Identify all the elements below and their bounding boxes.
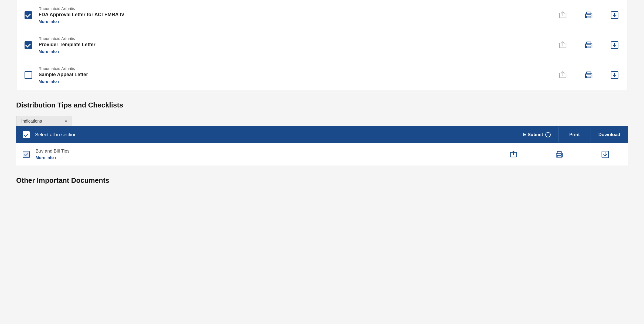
buy-and-bill-download-icon[interactable] bbox=[589, 150, 621, 159]
provider-template-checkbox[interactable] bbox=[25, 41, 32, 49]
svg-point-4 bbox=[591, 15, 592, 16]
fda-approval-category: Rheumatoid Arthritis bbox=[39, 6, 547, 11]
fda-approval-checkbox[interactable] bbox=[25, 11, 32, 19]
esubmit-info-icon[interactable]: i bbox=[545, 132, 551, 137]
filter-area: Indications Rheumatoid Arthritis Other ▼ bbox=[16, 116, 628, 126]
sample-appeal-title: Sample Appeal Letter bbox=[39, 72, 547, 77]
svg-rect-9 bbox=[587, 46, 591, 48]
sample-appeal-esubmit-icon[interactable] bbox=[558, 70, 568, 80]
header-actions: E-Submit i Print Download bbox=[515, 127, 628, 142]
print-label: Print bbox=[569, 132, 580, 137]
provider-template-title: Provider Template Letter bbox=[39, 42, 547, 48]
fda-approval-info: Rheumatoid Arthritis FDA Approval Letter… bbox=[39, 6, 547, 24]
provider-template-category: Rheumatoid Arthritis bbox=[39, 36, 547, 41]
svg-rect-15 bbox=[587, 76, 591, 78]
provider-template-download-icon[interactable] bbox=[610, 40, 619, 50]
buy-and-bill-checkbox[interactable] bbox=[23, 151, 30, 158]
checklist-header-row: Select all in section E-Submit i Print D… bbox=[16, 126, 628, 143]
documents-table: Rheumatoid Arthritis FDA Approval Letter… bbox=[16, 0, 628, 90]
buy-and-bill-esubmit-icon[interactable] bbox=[497, 150, 530, 159]
fda-approval-print-icon[interactable] bbox=[584, 10, 594, 20]
esubmit-column-header: E-Submit i bbox=[515, 127, 558, 142]
svg-rect-3 bbox=[587, 16, 591, 18]
sample-appeal-print-icon[interactable] bbox=[584, 70, 594, 80]
provider-template-esubmit-icon[interactable] bbox=[558, 40, 568, 50]
provider-template-actions bbox=[558, 40, 619, 50]
sample-appeal-category: Rheumatoid Arthritis bbox=[39, 66, 547, 71]
buy-and-bill-title: Buy and Bill Tips bbox=[36, 148, 497, 154]
fda-approval-more-info[interactable]: More info › bbox=[39, 19, 59, 24]
select-all-area[interactable]: Select all in section bbox=[16, 126, 515, 143]
fda-approval-actions bbox=[558, 10, 619, 20]
sample-appeal-info: Rheumatoid Arthritis Sample Appeal Lette… bbox=[39, 66, 547, 84]
table-row: Rheumatoid Arthritis Provider Template L… bbox=[16, 30, 628, 60]
indications-dropdown-wrapper: Indications Rheumatoid Arthritis Other ▼ bbox=[16, 116, 71, 126]
buy-and-bill-print-icon[interactable] bbox=[543, 150, 576, 159]
provider-template-info: Rheumatoid Arthritis Provider Template L… bbox=[39, 36, 547, 54]
buy-and-bill-more-info[interactable]: More info › bbox=[36, 155, 56, 160]
table-row: Rheumatoid Arthritis FDA Approval Letter… bbox=[16, 0, 628, 30]
svg-point-10 bbox=[591, 45, 592, 46]
svg-rect-21 bbox=[557, 155, 561, 157]
download-label: Download bbox=[598, 132, 620, 137]
svg-point-22 bbox=[561, 154, 562, 155]
fda-approval-download-icon[interactable] bbox=[610, 10, 619, 20]
other-docs-title: Other Important Documents bbox=[16, 176, 628, 185]
checklist-body: Buy and Bill Tips More info › bbox=[16, 143, 628, 166]
sample-appeal-checkbox[interactable] bbox=[25, 71, 32, 79]
fda-approval-title: FDA Approval Letter for ACTEMRA IV bbox=[39, 12, 547, 18]
select-all-checkbox[interactable] bbox=[23, 131, 30, 138]
select-all-label: Select all in section bbox=[35, 132, 77, 138]
table-row: Rheumatoid Arthritis Sample Appeal Lette… bbox=[16, 60, 628, 90]
sample-appeal-actions bbox=[558, 70, 619, 80]
list-item: Buy and Bill Tips More info › bbox=[16, 143, 628, 166]
other-docs-section: Other Important Documents bbox=[16, 176, 628, 185]
esubmit-label: E-Submit bbox=[523, 132, 543, 137]
distribution-section: Distribution Tips and Checklists Indicat… bbox=[16, 101, 628, 166]
sample-appeal-download-icon[interactable] bbox=[610, 70, 619, 80]
download-column-header: Download bbox=[591, 127, 628, 142]
provider-template-print-icon[interactable] bbox=[584, 40, 594, 50]
fda-approval-esubmit-icon[interactable] bbox=[558, 10, 568, 20]
sample-appeal-more-info[interactable]: More info › bbox=[39, 79, 59, 84]
indications-dropdown[interactable]: Indications Rheumatoid Arthritis Other bbox=[16, 116, 71, 126]
provider-template-more-info[interactable]: More info › bbox=[39, 49, 59, 54]
checklist-table: Select all in section E-Submit i Print D… bbox=[16, 126, 628, 166]
distribution-section-title: Distribution Tips and Checklists bbox=[16, 101, 628, 109]
svg-point-16 bbox=[591, 75, 592, 76]
buy-and-bill-info: Buy and Bill Tips More info › bbox=[36, 148, 497, 160]
buy-and-bill-actions bbox=[497, 150, 621, 159]
print-column-header: Print bbox=[558, 127, 591, 142]
